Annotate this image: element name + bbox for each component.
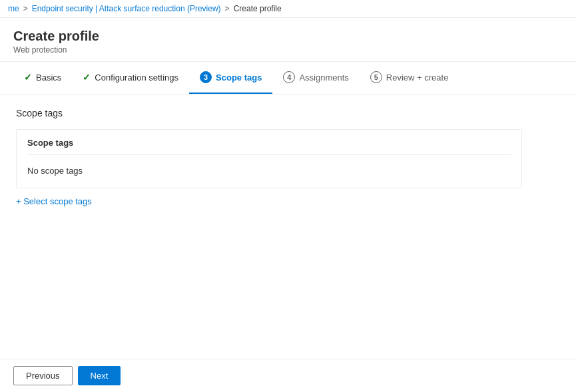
select-scope-tags-link[interactable]: + Select scope tags	[16, 196, 92, 206]
breadcrumb-endpoint[interactable]: Endpoint security | Attack surface reduc…	[32, 4, 221, 13]
footer: Previous Next	[0, 359, 576, 374]
tab-assignments[interactable]: 4 Assignments	[272, 62, 359, 94]
step-num-review: 5	[370, 71, 382, 83]
check-icon-configuration: ✓	[83, 72, 91, 83]
scope-tags-header: Scope tags	[27, 138, 511, 155]
tab-scope-label: Scope tags	[216, 73, 262, 83]
tab-basics[interactable]: ✓ Basics	[13, 63, 72, 93]
next-button[interactable]: Next	[78, 366, 121, 374]
page-header: Create profile Web protection	[0, 18, 576, 62]
page-title: Create profile	[13, 29, 563, 44]
tab-review-label: Review + create	[386, 73, 449, 83]
scope-tags-value: No scope tags	[27, 162, 511, 180]
previous-button[interactable]: Previous	[13, 366, 73, 374]
breadcrumb: me > Endpoint security | Attack surface …	[0, 0, 576, 18]
step-num-scope: 3	[200, 71, 212, 83]
section-title: Scope tags	[16, 108, 560, 118]
step-num-assignments: 4	[283, 71, 295, 83]
page-subtitle: Web protection	[13, 45, 563, 55]
tab-configuration[interactable]: ✓ Configuration settings	[72, 63, 189, 93]
tab-scope-tags[interactable]: 3 Scope tags	[189, 62, 272, 94]
breadcrumb-current: Create profile	[234, 4, 282, 13]
tab-assignments-label: Assignments	[299, 73, 348, 83]
scope-tags-box: Scope tags No scope tags	[16, 129, 522, 188]
breadcrumb-sep-1: >	[23, 4, 28, 13]
tab-basics-label: Basics	[36, 73, 61, 83]
check-icon-basics: ✓	[24, 72, 32, 83]
tabs-nav: ✓ Basics ✓ Configuration settings 3 Scop…	[0, 62, 576, 95]
tab-review[interactable]: 5 Review + create	[360, 62, 459, 94]
breadcrumb-home[interactable]: me	[8, 4, 19, 13]
content-area: Scope tags Scope tags No scope tags + Se…	[0, 95, 576, 374]
tab-configuration-label: Configuration settings	[95, 73, 178, 83]
breadcrumb-sep-2: >	[225, 4, 230, 13]
